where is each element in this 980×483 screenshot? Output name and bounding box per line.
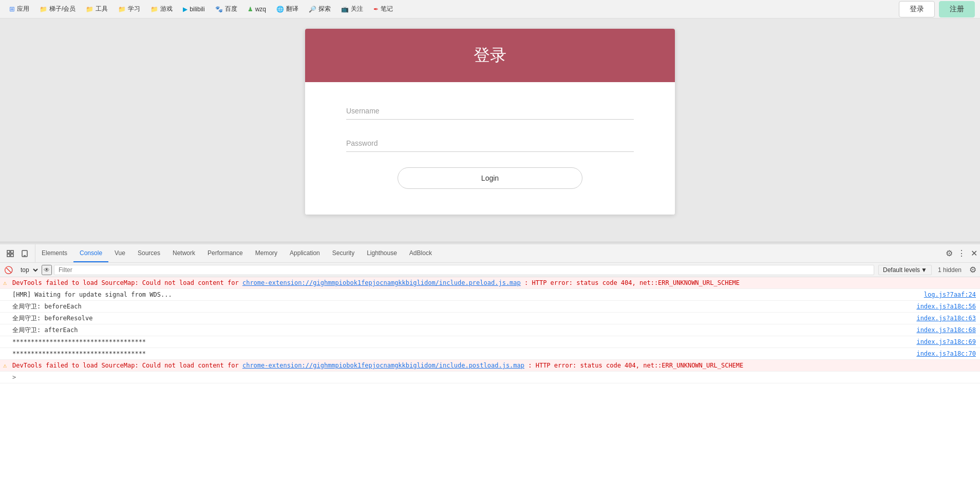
- devtools-toolbar: Elements Console Vue Sources Network Per…: [0, 244, 980, 263]
- header-register-button[interactable]: 注册: [939, 1, 975, 17]
- devtools-inspect-button[interactable]: [4, 247, 16, 260]
- console-line: DevTools failed to load SourceMap: Could…: [0, 277, 980, 289]
- tab-memory[interactable]: Memory: [249, 244, 284, 262]
- error-link-1[interactable]: chrome-extension://gighmmpiobok1fepjocna…: [242, 279, 521, 286]
- username-input[interactable]: [346, 103, 634, 120]
- tab-application[interactable]: Application: [284, 244, 326, 262]
- tab-adblock[interactable]: AdBlock: [403, 244, 438, 262]
- login-submit-button[interactable]: Login: [398, 167, 582, 189]
- devtools-more-button[interactable]: ⋮: [955, 247, 968, 260]
- console-clear-button[interactable]: 🚫: [2, 264, 14, 276]
- devtools-icons: [0, 244, 35, 262]
- console-line: 全局守卫: beforeEach index.js?a18c:56: [0, 301, 980, 313]
- console-context-wrap: top: [16, 265, 40, 275]
- password-field: [346, 135, 634, 152]
- devtools-tab-right: ⚙ ⋮ ✕: [943, 244, 980, 262]
- username-field: [346, 103, 634, 120]
- header-login-button[interactable]: 登录: [899, 1, 935, 17]
- bookmark-wzq[interactable]: ♟ wzq: [243, 4, 270, 15]
- console-source-link[interactable]: log.js?7aaf:24: [916, 291, 976, 299]
- devtools-tabs: Elements Console Vue Sources Network Per…: [35, 244, 943, 262]
- page-content: 登录 Login: [0, 18, 980, 225]
- tab-performance[interactable]: Performance: [201, 244, 249, 262]
- login-card-header: 登录: [305, 29, 675, 82]
- bookmark-tools[interactable]: 📁 工具: [82, 3, 112, 15]
- svg-rect-3: [11, 254, 13, 257]
- console-line: ************************************ ind…: [0, 348, 980, 360]
- svg-rect-0: [7, 250, 10, 253]
- tab-network[interactable]: Network: [166, 244, 201, 262]
- console-source-link[interactable]: index.js?a18c:56: [908, 302, 976, 311]
- devtools-device-button[interactable]: [18, 247, 31, 260]
- tab-security[interactable]: Security: [326, 244, 361, 262]
- login-card-body: Login: [305, 82, 675, 215]
- login-submit-area: Login: [346, 167, 634, 189]
- bookmark-games[interactable]: 📁 游戏: [146, 3, 177, 15]
- console-settings-button[interactable]: ⚙: [968, 265, 978, 275]
- console-levels-dropdown[interactable]: Default levels ▼: [878, 265, 932, 275]
- password-input[interactable]: [346, 135, 634, 152]
- console-source-link[interactable]: index.js?a18c:70: [908, 350, 976, 358]
- svg-rect-2: [7, 254, 10, 257]
- console-line: DevTools failed to load SourceMap: Could…: [0, 360, 980, 372]
- console-line: 全局守卫: afterEach index.js?a18c:68: [0, 324, 980, 336]
- bookmark-follow[interactable]: 📺 关注: [337, 3, 367, 15]
- login-card: 登录 Login: [305, 29, 675, 215]
- console-output: DevTools failed to load SourceMap: Could…: [0, 277, 980, 483]
- bookmark-vip[interactable]: 📁 梯子/会员: [35, 3, 80, 15]
- tab-sources[interactable]: Sources: [131, 244, 166, 262]
- tab-elements[interactable]: Elements: [35, 244, 73, 262]
- console-line: [HMR] Waiting for update signal from WDS…: [0, 289, 980, 301]
- console-eye-button[interactable]: 👁: [42, 265, 52, 275]
- tab-lighthouse[interactable]: Lighthouse: [361, 244, 403, 262]
- bookmarks-bar: ⊞ 应用 📁 梯子/会员 📁 工具 📁 学习 📁 游戏 ▶ bilibili 🐾…: [0, 0, 980, 18]
- console-source-link[interactable]: index.js?a18c:69: [908, 338, 976, 346]
- tab-vue[interactable]: Vue: [108, 244, 131, 262]
- console-toolbar: 🚫 top 👁 Default levels ▼ 1 hidden ⚙: [0, 263, 980, 277]
- console-filter-input[interactable]: [54, 265, 874, 275]
- console-source-link[interactable]: index.js?a18c:63: [908, 314, 976, 322]
- bookmark-translate[interactable]: 🌐 翻译: [272, 3, 303, 15]
- bookmark-baidu[interactable]: 🐾 百度: [211, 3, 241, 15]
- devtools-close-button[interactable]: ✕: [968, 247, 980, 260]
- console-source-link[interactable]: index.js?a18c:68: [908, 326, 976, 334]
- console-line: 全局守卫: beforeResolve index.js?a18c:63: [0, 313, 980, 324]
- console-hidden-count: 1 hidden: [934, 266, 966, 274]
- console-line: ************************************ ind…: [0, 336, 980, 348]
- console-context-select[interactable]: top: [16, 265, 40, 275]
- console-prompt-line[interactable]: >: [0, 372, 980, 383]
- tab-console[interactable]: Console: [73, 244, 108, 262]
- bookmark-notes[interactable]: ✒ 笔记: [369, 3, 397, 15]
- devtools-settings-button[interactable]: ⚙: [943, 247, 955, 260]
- bookmark-bilibili[interactable]: ▶ bilibili: [179, 4, 209, 15]
- login-title: 登录: [321, 44, 659, 67]
- svg-rect-1: [11, 250, 13, 253]
- bookmark-apps[interactable]: ⊞ 应用: [5, 3, 33, 15]
- devtools-panel: Elements Console Vue Sources Network Per…: [0, 242, 980, 483]
- bookmark-explore[interactable]: 🔎 探索: [305, 3, 335, 15]
- error-link-2[interactable]: chrome-extension://gighmmpiobok1fepjocna…: [242, 362, 524, 369]
- bookmark-learn[interactable]: 📁 学习: [114, 3, 144, 15]
